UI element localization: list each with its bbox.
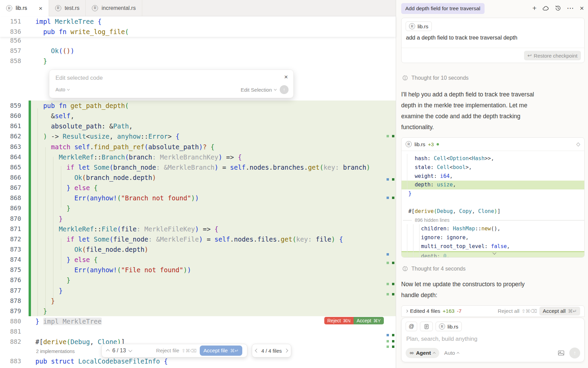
code-text: multi_root_top_level: false, <box>402 242 584 251</box>
rules-file-button[interactable] <box>420 322 433 331</box>
new-thread-icon[interactable]: + <box>532 4 536 12</box>
line-number: 882 <box>0 337 26 347</box>
diff-scroll-marker <box>392 262 394 264</box>
restore-checkpoint-button[interactable]: ↩ Restore checkpoint <box>524 51 581 60</box>
tab-test-rs[interactable]: test.rs <box>49 0 86 16</box>
code-line: stale: Cell<bool>, <box>402 163 584 172</box>
diff-gutter-bar <box>29 152 31 162</box>
edit-selection-label: Edit Selection <box>241 87 272 93</box>
context-file-chip[interactable]: lib.rs <box>406 21 432 31</box>
close-icon[interactable]: × <box>284 73 288 81</box>
code-area-top[interactable]: 856857 Ok(())858 } <box>0 35 396 66</box>
accept-file-label: Accept file <box>203 348 228 354</box>
line-number: 875 <box>0 265 26 275</box>
code-line: 867 } else { <box>0 183 396 193</box>
indent-guide <box>407 224 407 258</box>
diff-scroll-marker <box>387 346 389 348</box>
rust-file-icon <box>92 5 98 11</box>
tab-label: test.rs <box>65 5 80 11</box>
edited-files-label[interactable]: Edited 4 files <box>410 308 440 314</box>
code-line: 878 } <box>0 296 396 306</box>
code-line: children: HashMap::new(), <box>402 225 584 233</box>
thought-row[interactable]: Thought for 10 seconds <box>402 75 469 81</box>
line-number: 866 <box>0 172 26 183</box>
image-attach-icon[interactable] <box>557 349 565 357</box>
next-hunk-icon[interactable] <box>128 348 132 352</box>
cloud-icon[interactable] <box>542 5 549 12</box>
line-number: 857 <box>0 46 26 56</box>
diff-card-header[interactable]: lib.rs +3 ◇ <box>402 138 584 151</box>
line-number <box>0 347 26 356</box>
code-area-diff[interactable]: 859 pub fn get_path_depth(860 &self,861 … <box>0 101 396 367</box>
model-picker[interactable]: Auto <box>444 350 459 356</box>
code-text: weight: i64, <box>402 172 584 181</box>
accept-all-button[interactable]: Accept all ⌘↵ <box>539 307 580 316</box>
code-text: } <box>31 306 396 316</box>
code-line: 859 pub fn get_path_depth( <box>0 101 396 111</box>
sticky-context-lines: 151impl MerkleTree {836 pub fn write_log… <box>0 16 396 37</box>
line-number: 856 <box>0 35 26 46</box>
accept-file-button[interactable]: Accept file ⌘↵ <box>200 346 242 356</box>
composer-input[interactable]: Plan, search, build anything <box>406 336 477 342</box>
thread-title[interactable]: Add depth field for tree traversal <box>401 3 485 14</box>
submit-assist-button[interactable]: ↑ <box>280 85 289 94</box>
context-file-chip[interactable]: lib.rs <box>436 322 462 331</box>
line-number: 151 <box>0 16 26 27</box>
accept-all-label: Accept all <box>543 308 566 314</box>
reject-file-button[interactable]: Reject file ⇧⌘⌫ <box>156 348 197 354</box>
code-text: depth: usize, <box>402 181 584 189</box>
unsaved-dot <box>437 143 439 145</box>
reject-hunk-button[interactable]: Reject ⌘N <box>324 317 354 324</box>
mention-button[interactable]: @ <box>406 322 417 331</box>
inline-assist-input[interactable]: Edit selected code <box>55 75 103 81</box>
reject-all-button[interactable]: Reject all ⇧⌘⌫ <box>498 308 537 314</box>
prev-hunk-icon[interactable] <box>106 349 110 353</box>
code-text: } <box>31 296 396 306</box>
overflow-menu-icon[interactable]: ⋯ <box>567 4 574 12</box>
code-text: stale: Cell<bool>, <box>402 163 584 172</box>
diff-scroll-marker <box>392 340 394 342</box>
diff-scroll-marker <box>387 253 389 256</box>
code-line: 151impl MerkleTree { <box>0 16 396 27</box>
tab-lib-rs[interactable]: lib.rs × <box>0 0 49 16</box>
line-number: 880 <box>0 316 26 326</box>
code-text: } else { <box>31 183 396 193</box>
diff-scroll-marker <box>392 135 394 137</box>
diff-scroll-marker <box>387 283 389 285</box>
tab-incremental-rs[interactable]: incremental.rs <box>86 0 142 16</box>
code-text: ) -> Result<usize, anyhow::Error> { <box>31 131 396 141</box>
model-picker[interactable]: Auto <box>55 87 69 92</box>
expand-edited-files-icon[interactable] <box>405 310 408 312</box>
diff-gutter-bar <box>29 203 31 213</box>
thought-label: Thought for 4 seconds <box>411 266 466 272</box>
send-button[interactable]: ↑ <box>569 348 580 358</box>
diff-gutter-bar <box>29 296 31 306</box>
diff-gutter-bar <box>29 356 31 366</box>
line-number: 865 <box>0 162 26 172</box>
rust-file-icon <box>409 23 415 29</box>
diff-gutter-bar <box>29 306 31 316</box>
rust-file-icon <box>439 323 445 329</box>
expand-icon[interactable]: ◇ <box>576 141 580 147</box>
thought-row[interactable]: Thought for 4 seconds <box>402 265 466 272</box>
close-panel-icon[interactable]: × <box>580 4 584 12</box>
edit-selection-dropdown[interactable]: Edit Selection <box>241 87 276 93</box>
line-number: 867 <box>0 183 26 193</box>
prev-file-icon[interactable] <box>255 349 259 352</box>
diff-gutter-bar <box>29 234 31 244</box>
line-number: 872 <box>0 234 26 244</box>
code-line: 881 <box>0 326 396 337</box>
agent-mode-picker[interactable]: ∞ Agent <box>406 348 439 358</box>
chip-label: lib.rs <box>447 324 458 329</box>
close-tab-icon[interactable]: × <box>39 5 43 12</box>
accept-hunk-button[interactable]: Accept ⌘Y <box>354 317 383 324</box>
history-icon[interactable] <box>555 5 561 12</box>
code-line: 871 MerkleRef::File(file: MerkleFileKey)… <box>0 224 396 234</box>
file-navigation-bar: 4 / 4 files <box>252 344 291 357</box>
line-number: 864 <box>0 152 26 162</box>
code-line: 860 &self, <box>0 111 396 121</box>
code-text: Err(anyhow!("File not found")) <box>31 265 396 275</box>
message-composer[interactable]: @ lib.rs Plan, search, build anything ∞ … <box>401 318 585 362</box>
next-file-icon[interactable] <box>284 349 288 352</box>
diff-gutter-bar <box>29 111 31 121</box>
